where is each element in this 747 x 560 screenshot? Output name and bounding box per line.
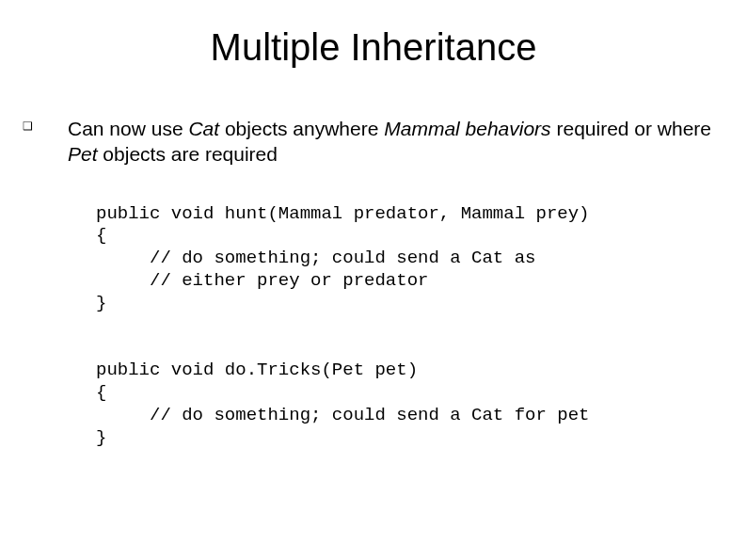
- code-block-1: public void hunt(Mammal predator, Mammal…: [96, 203, 719, 315]
- code2-l4: }: [96, 427, 106, 448]
- slide-container: Multiple Inheritance ❑ Can now use Cat o…: [0, 0, 747, 560]
- code-block-2: public void do.Tricks(Pet pet) { // do s…: [96, 360, 719, 449]
- bullet-text-2: objects anywhere: [219, 118, 384, 139]
- code1-l4: // either prey or predator: [96, 270, 428, 291]
- bullet-text-3: required or where: [551, 118, 711, 139]
- bullet-text: Can now use Cat objects anywhere Mammal …: [68, 116, 719, 168]
- italic-mammal: Mammal behaviors: [384, 118, 550, 139]
- code2-l1: public void do.Tricks(Pet pet): [96, 360, 418, 380]
- page-title: Multiple Inheritance: [28, 26, 719, 69]
- square-bullet-icon: ❑: [23, 120, 68, 133]
- bullet-text-1: Can now use: [68, 118, 188, 139]
- bullet-text-4: objects are required: [98, 143, 278, 165]
- italic-cat: Cat: [188, 118, 219, 139]
- code1-l3: // do something; could send a Cat as: [96, 248, 535, 268]
- code1-l1: public void hunt(Mammal predator, Mammal…: [96, 203, 590, 224]
- bullet-row: ❑ Can now use Cat objects anywhere Mamma…: [28, 116, 719, 168]
- italic-pet: Pet: [68, 143, 98, 165]
- code1-l2: {: [96, 225, 106, 246]
- code2-l3: // do something; could send a Cat for pe…: [96, 405, 590, 425]
- code1-l5: }: [96, 293, 106, 313]
- code2-l2: {: [96, 382, 106, 403]
